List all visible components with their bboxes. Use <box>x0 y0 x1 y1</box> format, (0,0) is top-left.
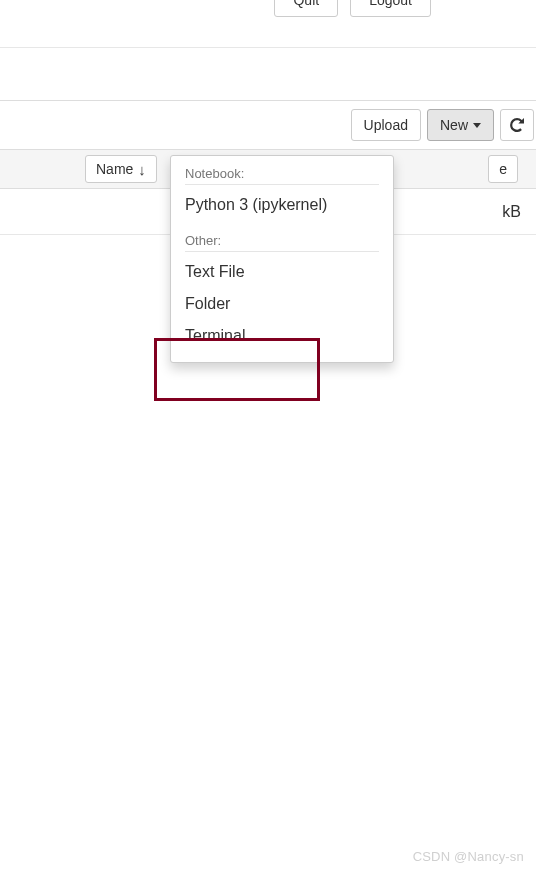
refresh-button[interactable] <box>500 109 534 141</box>
sort-arrow-down-icon: ↓ <box>138 162 146 177</box>
new-button-label: New <box>440 117 468 133</box>
new-dropdown-button[interactable]: New <box>427 109 494 141</box>
right-column-button[interactable]: e <box>488 155 518 183</box>
dropdown-item-folder[interactable]: Folder <box>171 288 393 320</box>
right-column-suffix: e <box>499 161 507 177</box>
logout-button[interactable]: Logout <box>350 0 431 17</box>
quit-button[interactable]: Quit <box>274 0 338 17</box>
dropdown-item-textfile[interactable]: Text File <box>171 256 393 288</box>
dropdown-header-notebook: Notebook: <box>185 162 379 185</box>
watermark-text: CSDN @Nancy-sn <box>413 849 524 864</box>
top-bar: Quit Logout <box>0 0 536 48</box>
file-size-suffix: kB <box>502 203 521 221</box>
refresh-icon <box>510 118 524 132</box>
dropdown-separator <box>171 221 393 229</box>
dropdown-item-terminal[interactable]: Terminal <box>171 320 393 352</box>
new-dropdown-menu: Notebook: Python 3 (ipykernel) Other: Te… <box>170 155 394 363</box>
dropdown-item-python3[interactable]: Python 3 (ipykernel) <box>171 189 393 221</box>
caret-down-icon <box>473 123 481 128</box>
upload-button[interactable]: Upload <box>351 109 421 141</box>
dropdown-header-other: Other: <box>185 229 379 252</box>
action-toolbar: Upload New <box>0 101 534 149</box>
name-sort-button[interactable]: Name ↓ <box>85 155 157 183</box>
name-column-label: Name <box>96 161 133 177</box>
